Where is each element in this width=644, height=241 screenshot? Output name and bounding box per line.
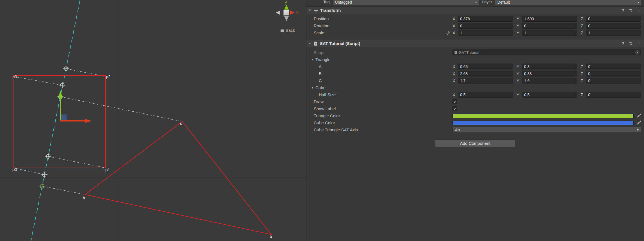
- help-icon[interactable]: ?: [622, 41, 624, 46]
- checkmark-icon: ✔: [453, 107, 456, 111]
- cube-color-swatch[interactable]: [452, 121, 634, 125]
- object-picker-icon[interactable]: [635, 50, 640, 55]
- presets-icon[interactable]: [629, 41, 633, 46]
- vector-c-label[interactable]: C: [319, 78, 452, 83]
- vector-c-y-value: 1.6: [524, 78, 529, 83]
- vector-c-z-value: 0: [588, 78, 590, 83]
- scale-x-field[interactable]: 1: [458, 30, 513, 36]
- help-icon[interactable]: ?: [622, 8, 624, 12]
- add-component-button[interactable]: Add Component: [435, 139, 515, 147]
- vector-a-z-value: 0: [588, 64, 590, 69]
- vector-b-z-field[interactable]: 0: [586, 71, 641, 76]
- kebab-menu-icon[interactable]: ⋮: [637, 8, 641, 12]
- vector-a-y-field[interactable]: 0.8: [522, 64, 577, 69]
- scale-y-field[interactable]: 1: [522, 30, 577, 36]
- position-z-field[interactable]: 0: [586, 16, 641, 22]
- link-scale-icon[interactable]: [446, 31, 452, 35]
- triangle-foldout[interactable]: ▼ Triangle: [306, 56, 644, 63]
- foldout-icon[interactable]: ▼: [311, 86, 314, 89]
- cube-outline: [13, 76, 106, 168]
- triangle-outline: [85, 121, 271, 235]
- projection-marker-p3[interactable]: [59, 82, 65, 88]
- scale-z-field[interactable]: 1: [586, 30, 641, 36]
- kebab-menu-icon[interactable]: ⋮: [637, 41, 641, 46]
- scene-view[interactable]: p3 p2 p0 p1 a b c y x Back: [0, 0, 306, 241]
- vector-a-y-value: 0.8: [524, 64, 529, 69]
- vector-a-x-field[interactable]: 0.65: [458, 64, 513, 69]
- row-vector-b: B X 2.68 Y 0.38 Z 0: [306, 70, 644, 77]
- vector-a-label[interactable]: A: [319, 64, 452, 69]
- gizmo-x-axis-cone-icon[interactable]: [290, 10, 295, 15]
- row-scale: Scale X 1 Y 1 Z 1: [306, 29, 644, 36]
- scene-orientation-gizmo[interactable]: y x Back: [274, 0, 306, 35]
- show-label-checkbox[interactable]: ✔: [452, 106, 457, 111]
- move-gizmo-plane-handle[interactable]: [60, 114, 67, 121]
- position-y-field[interactable]: 1.603: [522, 16, 577, 22]
- foldout-icon[interactable]: ▼: [308, 42, 312, 45]
- gizmo-x-axis-label: x: [296, 10, 299, 14]
- gizmo-center-cube-icon[interactable]: [283, 10, 289, 15]
- row-script: Script # SATTutorial: [306, 49, 644, 56]
- menu-icon: [281, 29, 284, 32]
- row-half-size: Half Size X 0.5 Y 0.5 Z 0: [306, 91, 644, 98]
- label-p1: p1: [105, 167, 110, 172]
- projection-marker-p0[interactable]: [41, 172, 47, 178]
- scale-label[interactable]: Scale: [314, 30, 446, 35]
- projection-marker-ab[interactable]: [39, 183, 45, 189]
- vector-b-x-field[interactable]: 2.68: [458, 71, 513, 76]
- layer-dropdown[interactable]: Default ▾: [495, 0, 642, 5]
- vector-b-label[interactable]: B: [319, 71, 452, 76]
- sat-tutorial-header[interactable]: ▼ # SAT Tutorial (Script) ? ⋮: [306, 40, 644, 47]
- position-y-value: 1.603: [524, 17, 534, 21]
- rotation-x-field[interactable]: 0: [458, 23, 513, 29]
- vector-b-y-field[interactable]: 0.38: [522, 71, 577, 76]
- tag-dropdown[interactable]: Untagged ▾: [333, 0, 479, 5]
- vector-c-x-field[interactable]: 1.7: [458, 78, 513, 84]
- transform-header[interactable]: ▼ Transform ? ⋮: [306, 6, 644, 14]
- script-icon: #: [314, 41, 318, 46]
- vector-c-y-field[interactable]: 1.6: [522, 78, 577, 84]
- eyedropper-icon[interactable]: [636, 120, 641, 125]
- projection-marker-p2[interactable]: [63, 66, 69, 72]
- position-label[interactable]: Position: [314, 16, 452, 21]
- foldout-icon[interactable]: ▼: [308, 9, 312, 12]
- row-rotation: Rotation X 0 Y 0 Z 0: [306, 22, 644, 29]
- position-x-field[interactable]: 0.378: [458, 16, 513, 22]
- script-value: SATTutorial: [459, 50, 479, 55]
- half-size-label[interactable]: Half Size: [319, 92, 452, 97]
- axis-x-label: X: [452, 92, 457, 97]
- foldout-icon[interactable]: ▼: [311, 58, 314, 61]
- label-a: a: [83, 195, 85, 200]
- half-size-z-field[interactable]: 0: [586, 92, 641, 98]
- gizmo-y-axis-cone-icon[interactable]: [284, 5, 289, 10]
- eyedropper-icon[interactable]: [636, 113, 641, 118]
- gizmo-left-axis-cone-icon[interactable]: [276, 10, 280, 15]
- draw-checkbox[interactable]: ✔: [452, 99, 457, 104]
- cube-color-label: Cube Color: [314, 120, 452, 125]
- axis-z-label: Z: [581, 78, 585, 83]
- rotation-y-field[interactable]: 0: [522, 23, 577, 29]
- vector-c-z-field[interactable]: 0: [586, 78, 641, 84]
- half-size-x-field[interactable]: 0.5: [458, 92, 513, 98]
- gizmo-view-menu[interactable]: Back: [281, 28, 295, 33]
- vector-a-z-field[interactable]: 0: [586, 64, 641, 69]
- transform-icon: [314, 8, 318, 13]
- svg-text:#: #: [315, 42, 317, 45]
- half-size-y-field[interactable]: 0.5: [522, 92, 577, 98]
- triangle-color-swatch[interactable]: [452, 114, 634, 118]
- script-object-field[interactable]: # SATTutorial: [452, 49, 641, 55]
- layer-label: Layer: [482, 0, 492, 5]
- projection-marker-p1[interactable]: [45, 153, 51, 159]
- presets-icon[interactable]: [629, 8, 633, 12]
- label-p3: p3: [12, 74, 17, 79]
- cube-foldout[interactable]: ▼ Cube: [306, 84, 644, 91]
- rotation-z-field[interactable]: 0: [586, 23, 641, 29]
- gizmo-down-axis-cone-icon[interactable]: [284, 16, 289, 21]
- sat-axis-dropdown[interactable]: Ab ▾: [452, 127, 641, 133]
- axis-y-label: Y: [516, 23, 521, 28]
- vector-c-x-value: 1.7: [460, 78, 465, 83]
- position-z-value: 0: [588, 17, 590, 21]
- row-vector-a: A X 0.65 Y 0.8 Z 0: [306, 63, 644, 70]
- axis-z-label: Z: [581, 23, 585, 28]
- rotation-label[interactable]: Rotation: [314, 23, 452, 28]
